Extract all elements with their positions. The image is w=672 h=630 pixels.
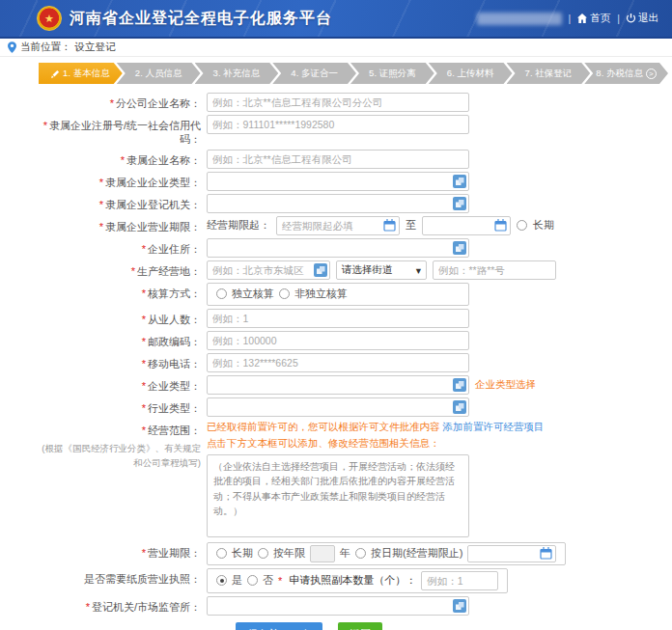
tab-label: 7. 社保登记: [525, 68, 573, 80]
required-mark: *: [110, 97, 114, 109]
independent-accounting-radio[interactable]: [216, 288, 227, 299]
field-business-term: *营业期限： 长期 按年限 年 按日期(经营期限止): [39, 542, 668, 565]
breadcrumb: 当前位置： 设立登记: [0, 39, 672, 57]
back-button[interactable]: 返回: [338, 622, 382, 630]
parent-longterm-radio[interactable]: [517, 220, 527, 231]
field-business-scope: *经营范围： (根据《国民经济行业分类》、有关规定和公司章程填写) 已经取得前置…: [39, 420, 668, 539]
term-years-input[interactable]: [310, 545, 335, 562]
required-mark: *: [142, 358, 146, 370]
field-accounting-method: *核算方式： 独立核算 非独立核算: [39, 283, 668, 306]
parent-credit-code-input[interactable]: [207, 115, 469, 134]
non-independent-accounting-radio[interactable]: [279, 288, 290, 299]
required-mark: *: [142, 425, 146, 436]
field-company-type: *企业类型： 企业类型选择: [39, 375, 668, 395]
field-label: 企业类型：: [148, 380, 201, 392]
tab-label: 8. 办税信息: [596, 68, 643, 80]
picker-icon[interactable]: [453, 197, 466, 210]
home-label: 首页: [590, 12, 610, 25]
field-parent-type: *隶属企业企业类型：: [39, 172, 668, 191]
save-next-button[interactable]: 保存并下一步: [236, 622, 322, 630]
add-licensed-items-link[interactable]: 添加前置许可经营项目: [442, 421, 544, 432]
copies-label: 申请执照副本数量（个）：: [289, 573, 416, 588]
radio-label: 非独立核算: [294, 287, 348, 301]
picker-icon[interactable]: [314, 263, 327, 277]
field-parent-reg-authority: *隶属企业登记机关：: [39, 194, 668, 213]
radio-label: 长期: [533, 218, 554, 233]
parent-name-input[interactable]: [207, 150, 469, 169]
term-start-date-input[interactable]: [276, 216, 400, 235]
picker-icon[interactable]: [453, 241, 466, 255]
field-label: 是否需要纸质营业执照：: [84, 573, 201, 585]
required-mark: *: [142, 402, 146, 414]
required-mark: *: [99, 221, 103, 233]
field-label: 生产经营地：: [137, 265, 201, 277]
power-icon: [627, 14, 635, 23]
header-links: | 首页 | 退出: [477, 12, 658, 25]
select-value: 请选择街道: [342, 263, 393, 277]
field-label: 营业期限：: [148, 547, 201, 559]
paper-license-yes-radio[interactable]: [216, 575, 227, 586]
field-label: 隶属企业名称：: [126, 154, 201, 166]
field-label: 核算方式：: [148, 288, 201, 299]
paper-license-no-radio[interactable]: [247, 575, 258, 586]
tab-multi-certificate[interactable]: 4. 多证合一: [272, 63, 356, 84]
company-type-select-link[interactable]: 企业类型选择: [475, 378, 536, 392]
parent-type-input[interactable]: [207, 172, 469, 191]
field-label: 隶属企业企业类型：: [105, 177, 201, 188]
picker-icon[interactable]: [453, 175, 466, 188]
business-scope-textarea[interactable]: （企业依法自主选择经营项目，开展经营活动；依法须经批准的项目，经相关部门批准后依…: [207, 454, 469, 537]
term-by-years-radio[interactable]: [258, 548, 268, 559]
registration-authority-input[interactable]: [207, 596, 469, 616]
street-select[interactable]: 请选择街道 ▾: [336, 260, 427, 280]
tab-label: 1. 基本信息: [63, 68, 110, 80]
tab-license-separation[interactable]: 5. 证照分离: [350, 63, 434, 84]
more-steps-icon[interactable]: >: [646, 68, 657, 79]
calendar-icon[interactable]: [494, 219, 507, 232]
picker-icon[interactable]: [453, 400, 466, 414]
national-emblem-logo: ★: [37, 6, 62, 31]
calendar-icon[interactable]: [540, 547, 552, 560]
term-start-label: 经营期限起：: [207, 218, 270, 233]
year-unit-label: 年: [340, 546, 350, 561]
license-copies-input[interactable]: [421, 571, 498, 590]
tab-personnel-info[interactable]: 2. 人员信息: [117, 63, 201, 84]
company-type-input[interactable]: [207, 375, 469, 395]
home-link[interactable]: 首页: [577, 12, 610, 25]
operation-detail-input[interactable]: [433, 260, 556, 280]
parent-reg-authority-input[interactable]: [207, 194, 469, 213]
industry-type-input[interactable]: [207, 397, 469, 417]
calendar-icon[interactable]: [383, 219, 396, 232]
required-mark: *: [43, 120, 47, 131]
tab-label: 5. 证照分离: [369, 68, 416, 80]
tab-social-security[interactable]: 7. 社保登记: [507, 63, 591, 84]
mobile-phone-input[interactable]: [207, 353, 469, 372]
logout-link[interactable]: 退出: [627, 12, 658, 25]
required-mark: *: [142, 380, 146, 392]
postal-code-input[interactable]: [207, 331, 469, 350]
picker-icon[interactable]: [453, 378, 466, 392]
emblem-star-icon: ★: [44, 13, 54, 24]
app-title: 河南省企业登记全程电子化服务平台: [70, 9, 332, 29]
term-longterm-radio[interactable]: [216, 548, 227, 559]
branch-name-input[interactable]: [207, 93, 469, 112]
tab-supplementary-info[interactable]: 3. 补充信息: [195, 63, 279, 84]
term-by-date-radio[interactable]: [355, 548, 366, 559]
tab-tax-info[interactable]: 8. 办税信息 >: [584, 63, 668, 84]
tab-basic-info[interactable]: 1. 基本信息: [39, 63, 123, 84]
tab-label: 2. 人员信息: [135, 68, 182, 80]
employee-count-input[interactable]: [207, 309, 469, 328]
field-registration-authority: *登记机关/市场监管所：: [39, 596, 668, 616]
field-parent-name: *隶属企业名称：: [39, 150, 668, 169]
required-mark: *: [121, 154, 125, 166]
tab-upload-materials[interactable]: 6. 上传材料: [429, 63, 513, 84]
required-mark: *: [142, 243, 146, 255]
field-postal-code: *邮政编码：: [39, 331, 668, 350]
company-address-input[interactable]: [207, 238, 469, 258]
field-label: 隶属企业营业期限：: [105, 221, 201, 233]
picker-icon[interactable]: [453, 599, 466, 613]
business-term-box: 长期 按年限 年 按日期(经营期限止): [207, 542, 566, 565]
field-label: 企业住所：: [148, 243, 201, 255]
operation-district-input[interactable]: [207, 260, 330, 280]
field-company-address: *企业住所：: [39, 238, 668, 258]
divider: |: [569, 13, 572, 24]
